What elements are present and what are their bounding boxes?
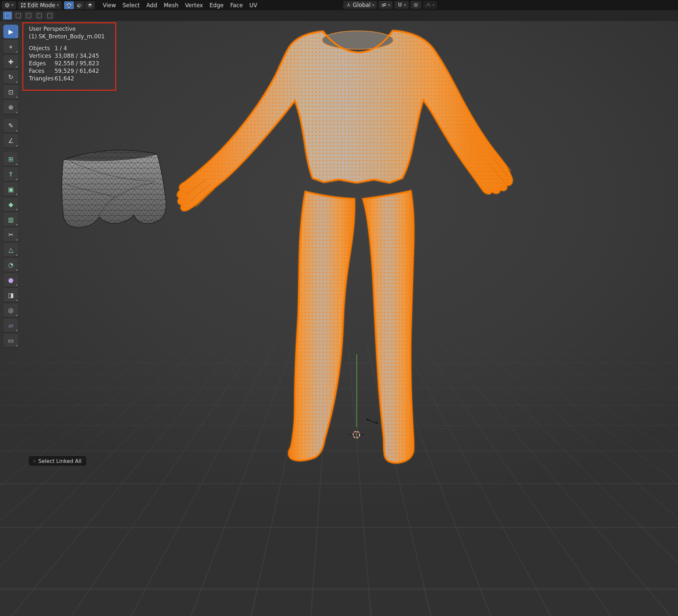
scale-icon: ⊡ <box>8 88 13 96</box>
select-box-icon: ▶ <box>8 28 13 35</box>
tool-rotate[interactable]: ↻ <box>3 70 18 84</box>
dashed-square-icon <box>16 13 21 18</box>
shear-icon: ▱ <box>8 322 13 329</box>
shorts-mesh[interactable] <box>62 150 166 228</box>
tool-extrude-region[interactable]: ⇑ <box>3 167 18 181</box>
header-right-cluster: Global ▾ ▾ ▾ ▾ <box>343 1 437 9</box>
falloff-curve-icon <box>426 2 431 7</box>
edit-mode-icon <box>21 3 26 8</box>
tool-settings-bar <box>0 10 678 21</box>
loop-cut-icon: ▥ <box>8 216 14 223</box>
knife-icon: ✂ <box>8 231 13 238</box>
pivot-point-dropdown[interactable]: ▾ <box>379 1 393 9</box>
tool-move[interactable]: ✚ <box>3 55 18 69</box>
select-invert-button[interactable] <box>35 11 44 20</box>
tool-select-box[interactable]: ▶ <box>3 25 18 38</box>
expand-chevron-icon: › <box>34 458 35 464</box>
tool-inset-faces[interactable]: ▣ <box>3 182 18 196</box>
operator-panel-toggle[interactable]: › Select Linked All <box>29 456 86 466</box>
magnet-icon <box>397 2 403 7</box>
menu-uv[interactable]: UV <box>246 2 261 8</box>
editor-type-icon <box>5 3 10 8</box>
stat-vertices: Vertices33,088 / 34,245 <box>29 52 105 60</box>
cursor-icon: ⌖ <box>9 43 13 50</box>
stat-faces: Faces59,529 / 61,642 <box>29 67 105 75</box>
face-select-button[interactable] <box>85 1 95 9</box>
proportional-editing-icon <box>413 2 418 7</box>
select-extend-button[interactable] <box>13 11 23 20</box>
tool-bevel[interactable]: ◆ <box>3 197 18 211</box>
transform-icon: ⊕ <box>8 104 13 111</box>
pivot-point-icon <box>381 2 387 7</box>
chevron-down-icon: ▾ <box>11 3 13 7</box>
mode-label: Edit Mode <box>28 2 55 8</box>
view-perspective-label: User Perspective <box>29 25 105 33</box>
stat-triangles: Triangles61,642 <box>29 75 105 82</box>
tool-edge-slide[interactable]: ◨ <box>3 288 18 302</box>
add-cube-icon: ⊞ <box>8 155 13 162</box>
viewport-header: ▾ Edit Mode ▾ <box>0 0 678 10</box>
edge-select-button[interactable] <box>75 1 84 9</box>
chevron-down-icon: ▾ <box>388 3 390 7</box>
menu-select[interactable]: Select <box>119 2 143 8</box>
menu-mesh[interactable]: Mesh <box>160 2 182 8</box>
inset-faces-icon: ▣ <box>8 186 14 193</box>
rotate-icon: ↻ <box>8 73 13 80</box>
neck-opening <box>322 31 393 49</box>
vertex-select-button[interactable] <box>64 1 74 9</box>
shrink-fatten-icon: ◎ <box>8 306 14 314</box>
tool-shear[interactable]: ▱ <box>3 318 18 332</box>
tool-knife[interactable]: ✂ <box>3 228 18 242</box>
tool-measure[interactable]: ∠ <box>3 134 18 147</box>
menu-add[interactable]: Add <box>143 2 161 8</box>
select-mode-buttons <box>64 1 95 9</box>
tool-smooth[interactable]: ● <box>3 273 18 287</box>
snap-dropdown[interactable]: ▾ <box>394 1 409 9</box>
tool-loop-cut[interactable]: ▥ <box>3 213 18 226</box>
tool-rip-region[interactable]: ▭ <box>3 333 18 347</box>
viewport-3d[interactable] <box>0 21 678 616</box>
menu-vertex[interactable]: Vertex <box>182 2 206 8</box>
select-set-new-button[interactable] <box>3 11 12 20</box>
stat-objects: Objects1 / 4 <box>29 45 105 52</box>
bevel-icon: ◆ <box>8 201 13 208</box>
tool-add-cube[interactable]: ⊞ <box>3 152 18 166</box>
face-select-icon <box>87 3 92 8</box>
chevron-down-icon: ▾ <box>57 3 59 7</box>
tool-scale[interactable]: ⊡ <box>3 85 18 99</box>
extrude-region-icon: ⇑ <box>8 171 13 178</box>
vertex-select-icon <box>66 3 72 8</box>
select-subtract-button[interactable] <box>24 11 33 20</box>
tool-spin[interactable]: ◔ <box>3 258 18 272</box>
select-intersect-button[interactable] <box>45 11 54 20</box>
body-mesh[interactable] <box>178 31 512 463</box>
chevron-down-icon: ▾ <box>372 3 374 7</box>
measure-icon: ∠ <box>8 137 13 144</box>
menu-edge[interactable]: Edge <box>206 2 227 8</box>
toolbar: ▶⌖✚↻⊡⊕✎∠⊞⇑▣◆▥✂△◔●◨◎▱▭ <box>3 25 20 347</box>
menu-face[interactable]: Face <box>227 2 246 8</box>
smooth-icon: ● <box>8 276 14 284</box>
mode-selector[interactable]: Edit Mode ▾ <box>18 1 62 9</box>
tool-cursor[interactable]: ⌖ <box>3 40 18 53</box>
chevron-down-icon: ▾ <box>404 3 406 7</box>
tool-annotate[interactable]: ✎ <box>3 119 18 133</box>
editor-type-selector[interactable]: ▾ <box>2 1 16 9</box>
axis-gizmo-mini <box>367 419 378 424</box>
edge-slide-icon: ◨ <box>8 291 14 299</box>
tool-poly-build[interactable]: △ <box>3 243 18 257</box>
dashed-square-icon <box>37 13 42 18</box>
stats-overlay: User Perspective (1) SK_Breton_Body_m.00… <box>29 25 105 82</box>
proportional-falloff-dropdown[interactable]: ▾ <box>423 1 437 9</box>
proportional-editing-toggle[interactable] <box>411 1 421 9</box>
rip-region-icon: ▭ <box>8 337 14 344</box>
tool-transform[interactable]: ⊕ <box>3 100 18 114</box>
orientation-label: Global <box>353 2 371 8</box>
menu-view[interactable]: View <box>100 2 119 8</box>
tool-shrink-fatten[interactable]: ◎ <box>3 303 18 317</box>
transform-orientation-dropdown[interactable]: Global ▾ <box>343 1 377 9</box>
dashed-square-icon <box>26 13 31 18</box>
annotate-icon: ✎ <box>8 122 13 129</box>
poly-build-icon: △ <box>8 246 13 253</box>
edge-select-icon <box>77 3 82 8</box>
